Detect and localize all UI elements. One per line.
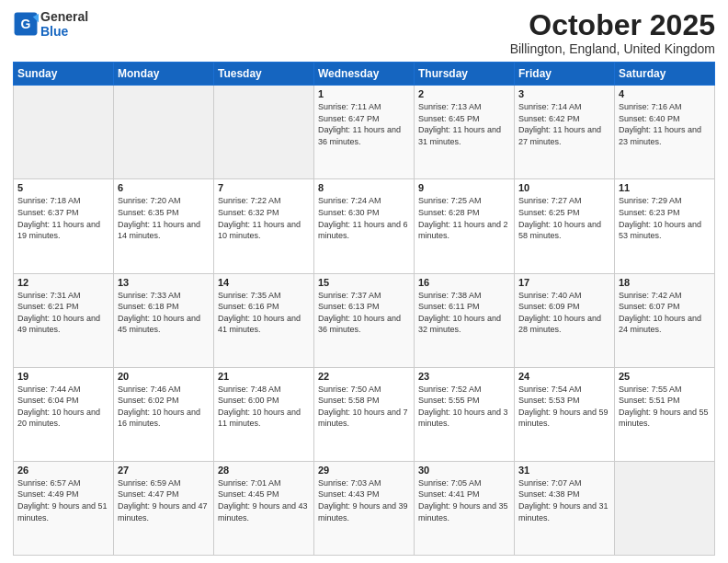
calendar-week-row: 5Sunrise: 7:18 AMSunset: 6:37 PMDaylight…	[14, 179, 715, 273]
day-info: Sunrise: 7:44 AMSunset: 6:04 PMDaylight:…	[17, 384, 109, 430]
calendar-cell	[615, 461, 715, 555]
logo: G General Blue	[13, 9, 88, 39]
day-info: Sunrise: 7:27 AMSunset: 6:25 PMDaylight:…	[518, 195, 610, 241]
day-info: Sunrise: 7:31 AMSunset: 6:21 PMDaylight:…	[17, 290, 109, 336]
day-info: Sunrise: 7:54 AMSunset: 5:53 PMDaylight:…	[518, 384, 610, 430]
calendar-cell: 25Sunrise: 7:55 AMSunset: 5:51 PMDayligh…	[615, 367, 715, 461]
calendar-cell: 22Sunrise: 7:50 AMSunset: 5:58 PMDayligh…	[314, 367, 415, 461]
weekday-header-row: SundayMondayTuesdayWednesdayThursdayFrid…	[14, 63, 715, 86]
day-number: 1	[318, 88, 410, 99]
title-block: October 2025 Billington, England, United…	[510, 9, 715, 56]
day-number: 9	[418, 182, 510, 193]
day-info: Sunrise: 7:42 AMSunset: 6:07 PMDaylight:…	[619, 290, 711, 336]
header: G General Blue October 2025 Billington, …	[13, 9, 715, 56]
calendar-cell: 1Sunrise: 7:11 AMSunset: 6:47 PMDaylight…	[314, 86, 415, 179]
day-info: Sunrise: 7:38 AMSunset: 6:11 PMDaylight:…	[418, 290, 510, 336]
calendar-cell	[214, 86, 314, 179]
day-info: Sunrise: 7:07 AMSunset: 4:38 PMDaylight:…	[518, 477, 610, 523]
day-number: 3	[518, 88, 610, 99]
svg-text:G: G	[21, 17, 31, 31]
day-number: 31	[518, 465, 610, 476]
calendar-cell: 15Sunrise: 7:37 AMSunset: 6:13 PMDayligh…	[314, 273, 415, 367]
calendar-cell	[114, 86, 214, 179]
day-info: Sunrise: 7:01 AMSunset: 4:45 PMDaylight:…	[218, 477, 310, 523]
calendar-cell: 23Sunrise: 7:52 AMSunset: 5:55 PMDayligh…	[415, 367, 515, 461]
day-number: 30	[418, 465, 510, 476]
day-info: Sunrise: 7:20 AMSunset: 6:35 PMDaylight:…	[118, 195, 210, 241]
day-number: 29	[318, 465, 410, 476]
calendar-cell: 20Sunrise: 7:46 AMSunset: 6:02 PMDayligh…	[114, 367, 214, 461]
day-number: 17	[518, 277, 610, 288]
weekday-header-wednesday: Wednesday	[314, 63, 415, 86]
calendar-cell: 16Sunrise: 7:38 AMSunset: 6:11 PMDayligh…	[415, 273, 515, 367]
day-info: Sunrise: 7:48 AMSunset: 6:00 PMDaylight:…	[218, 384, 310, 430]
day-info: Sunrise: 7:52 AMSunset: 5:55 PMDaylight:…	[418, 384, 510, 430]
location: Billington, England, United Kingdom	[510, 41, 715, 56]
day-info: Sunrise: 7:29 AMSunset: 6:23 PMDaylight:…	[619, 195, 711, 241]
weekday-header-tuesday: Tuesday	[214, 63, 314, 86]
day-number: 23	[418, 371, 510, 382]
day-info: Sunrise: 7:40 AMSunset: 6:09 PMDaylight:…	[518, 290, 610, 336]
calendar-cell: 13Sunrise: 7:33 AMSunset: 6:18 PMDayligh…	[114, 273, 214, 367]
calendar-cell: 5Sunrise: 7:18 AMSunset: 6:37 PMDaylight…	[14, 179, 114, 273]
calendar-week-row: 26Sunrise: 6:57 AMSunset: 4:49 PMDayligh…	[14, 461, 715, 555]
calendar-week-row: 12Sunrise: 7:31 AMSunset: 6:21 PMDayligh…	[14, 273, 715, 367]
calendar-cell: 2Sunrise: 7:13 AMSunset: 6:45 PMDaylight…	[415, 86, 515, 179]
calendar-cell: 19Sunrise: 7:44 AMSunset: 6:04 PMDayligh…	[14, 367, 114, 461]
calendar-cell: 4Sunrise: 7:16 AMSunset: 6:40 PMDaylight…	[615, 86, 715, 179]
day-number: 16	[418, 277, 510, 288]
calendar-cell: 29Sunrise: 7:03 AMSunset: 4:43 PMDayligh…	[314, 461, 415, 555]
calendar-cell: 18Sunrise: 7:42 AMSunset: 6:07 PMDayligh…	[615, 273, 715, 367]
calendar-cell: 27Sunrise: 6:59 AMSunset: 4:47 PMDayligh…	[114, 461, 214, 555]
day-number: 7	[218, 182, 310, 193]
logo-blue: Blue	[40, 24, 68, 39]
calendar-cell: 6Sunrise: 7:20 AMSunset: 6:35 PMDaylight…	[114, 179, 214, 273]
weekday-header-saturday: Saturday	[615, 63, 715, 86]
day-number: 26	[17, 465, 109, 476]
weekday-header-monday: Monday	[114, 63, 214, 86]
day-number: 20	[118, 371, 210, 382]
calendar-cell: 17Sunrise: 7:40 AMSunset: 6:09 PMDayligh…	[515, 273, 615, 367]
logo-icon: G	[13, 11, 39, 37]
day-number: 18	[619, 277, 711, 288]
day-info: Sunrise: 7:35 AMSunset: 6:16 PMDaylight:…	[218, 290, 310, 336]
calendar-cell: 28Sunrise: 7:01 AMSunset: 4:45 PMDayligh…	[214, 461, 314, 555]
day-info: Sunrise: 6:59 AMSunset: 4:47 PMDaylight:…	[118, 477, 210, 523]
calendar-week-row: 19Sunrise: 7:44 AMSunset: 6:04 PMDayligh…	[14, 367, 715, 461]
day-info: Sunrise: 7:37 AMSunset: 6:13 PMDaylight:…	[318, 290, 410, 336]
calendar-cell: 14Sunrise: 7:35 AMSunset: 6:16 PMDayligh…	[214, 273, 314, 367]
calendar-week-row: 1Sunrise: 7:11 AMSunset: 6:47 PMDaylight…	[14, 86, 715, 179]
day-number: 10	[518, 182, 610, 193]
calendar-cell: 9Sunrise: 7:25 AMSunset: 6:28 PMDaylight…	[415, 179, 515, 273]
day-number: 15	[318, 277, 410, 288]
day-info: Sunrise: 7:33 AMSunset: 6:18 PMDaylight:…	[118, 290, 210, 336]
day-number: 25	[619, 371, 711, 382]
day-number: 2	[418, 88, 510, 99]
day-number: 8	[318, 182, 410, 193]
day-number: 28	[218, 465, 310, 476]
weekday-header-friday: Friday	[515, 63, 615, 86]
day-number: 24	[518, 371, 610, 382]
day-info: Sunrise: 7:24 AMSunset: 6:30 PMDaylight:…	[318, 195, 410, 241]
weekday-header-sunday: Sunday	[14, 63, 114, 86]
day-info: Sunrise: 7:25 AMSunset: 6:28 PMDaylight:…	[418, 195, 510, 241]
calendar-cell: 10Sunrise: 7:27 AMSunset: 6:25 PMDayligh…	[515, 179, 615, 273]
day-info: Sunrise: 7:18 AMSunset: 6:37 PMDaylight:…	[17, 195, 109, 241]
calendar-cell: 30Sunrise: 7:05 AMSunset: 4:41 PMDayligh…	[415, 461, 515, 555]
day-number: 14	[218, 277, 310, 288]
day-number: 27	[118, 465, 210, 476]
day-info: Sunrise: 7:55 AMSunset: 5:51 PMDaylight:…	[619, 384, 711, 430]
day-number: 12	[17, 277, 109, 288]
calendar-cell: 3Sunrise: 7:14 AMSunset: 6:42 PMDaylight…	[515, 86, 615, 179]
day-number: 13	[118, 277, 210, 288]
day-number: 5	[17, 182, 109, 193]
day-info: Sunrise: 7:11 AMSunset: 6:47 PMDaylight:…	[318, 101, 410, 147]
day-info: Sunrise: 6:57 AMSunset: 4:49 PMDaylight:…	[17, 477, 109, 523]
day-number: 11	[619, 182, 711, 193]
weekday-header-thursday: Thursday	[415, 63, 515, 86]
logo-general: General	[40, 9, 88, 24]
calendar-cell: 8Sunrise: 7:24 AMSunset: 6:30 PMDaylight…	[314, 179, 415, 273]
calendar-cell: 11Sunrise: 7:29 AMSunset: 6:23 PMDayligh…	[615, 179, 715, 273]
page: G General Blue October 2025 Billington, …	[0, 0, 728, 563]
day-info: Sunrise: 7:03 AMSunset: 4:43 PMDaylight:…	[318, 477, 410, 523]
